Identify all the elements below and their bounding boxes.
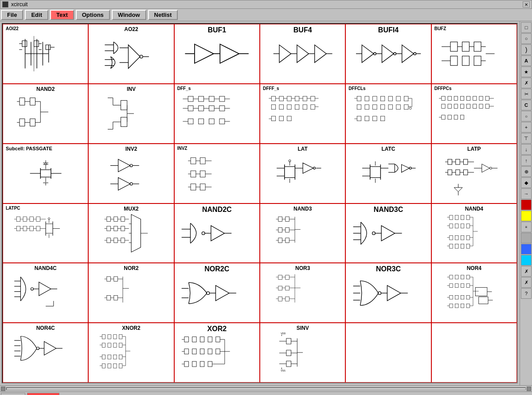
oval-tool-btn[interactable]: ○	[521, 111, 532, 121]
cell-AO22[interactable]: AO22	[88, 24, 174, 84]
blue-dark-btn[interactable]	[521, 244, 532, 254]
cell-NOR2[interactable]: NOR2	[88, 263, 174, 323]
cell-LATC[interactable]: LATC	[345, 144, 431, 203]
menu-window[interactable]: Window	[112, 10, 146, 20]
cell-NAND3C[interactable]: NAND3C	[345, 203, 431, 263]
svg-rect-514	[286, 350, 291, 356]
svg-rect-473	[102, 355, 105, 360]
cell-DFF[interactable]: DFF_s	[174, 84, 260, 144]
lines-btn[interactable]: ≡	[521, 222, 532, 232]
svg-rect-441	[461, 304, 464, 308]
add-component-btn[interactable]: ⊕	[521, 166, 532, 177]
svg-rect-140	[380, 105, 384, 110]
select-tool-btn[interactable]: □	[521, 22, 532, 33]
svg-rect-115	[295, 105, 299, 110]
yellow-color-btn[interactable]	[521, 211, 532, 221]
svg-rect-164	[454, 104, 458, 108]
cell-BUFI4[interactable]: BUFI4	[345, 24, 431, 84]
scissors-tool-btn[interactable]: ✂	[521, 89, 532, 99]
canvas-area[interactable]: AOI22	[2, 23, 518, 383]
cell-NOR4C[interactable]: NOR4C	[3, 323, 88, 383]
circle-tool-btn[interactable]: ○	[521, 33, 532, 44]
cell-label-NAND3C: NAND3C	[374, 206, 403, 214]
red-color-btn[interactable]	[521, 199, 532, 210]
cell-label-NAND3: NAND3	[293, 206, 312, 212]
svg-rect-135	[396, 96, 400, 101]
svg-rect-270	[30, 226, 34, 231]
svg-rect-385	[107, 277, 111, 282]
cell-label-NAND2C: NAND2C	[202, 206, 232, 214]
cell-NAND4C[interactable]: NAND4C	[3, 263, 88, 323]
cell-BUF1[interactable]: BUF1	[174, 24, 260, 84]
cyan-btn[interactable]	[521, 255, 532, 266]
cell-INVZ[interactable]: INVZ	[174, 144, 260, 203]
up-arrow-btn[interactable]: ↑	[521, 155, 532, 166]
tab-schematic[interactable]: Schematic	[27, 393, 59, 395]
x-tool-btn[interactable]: ✗	[521, 78, 532, 88]
menu-netlist[interactable]: Netlist	[148, 10, 178, 20]
star-tool-btn[interactable]: ★	[521, 66, 532, 77]
cell-DFFPC[interactable]: DFFPCs	[431, 84, 517, 144]
cell-AOI22[interactable]: AOI22	[3, 24, 88, 84]
svg-rect-163	[448, 104, 451, 108]
svg-rect-162	[442, 104, 445, 108]
cell-DFFF[interactable]: DFFF_s	[260, 84, 345, 144]
cell-NOR2C[interactable]: NOR2C	[174, 263, 260, 323]
cell-BUF4[interactable]: BUF4	[260, 24, 345, 84]
cell-INV2[interactable]: INV2	[88, 144, 174, 203]
svg-rect-440	[455, 304, 458, 308]
help-btn[interactable]: ?	[521, 288, 532, 299]
svg-rect-108	[287, 96, 291, 101]
symbol-LAT	[265, 150, 341, 197]
cell-NOR3C[interactable]: NOR3C	[345, 263, 431, 323]
arc-tool-btn[interactable]: )	[521, 44, 532, 55]
svg-rect-349	[455, 215, 458, 220]
cell-DFFCL[interactable]: DFFCLs	[345, 84, 431, 144]
cross1-btn[interactable]: ✗	[521, 266, 532, 277]
cross2-btn[interactable]: ✗	[521, 277, 532, 288]
svg-rect-73	[121, 117, 127, 127]
diamond-btn[interactable]: ◆	[521, 177, 532, 188]
symbol-SINV: VDD VSS	[265, 329, 341, 376]
cell-NOR4[interactable]: NOR4	[431, 263, 517, 323]
svg-rect-136	[404, 96, 408, 101]
menu-options[interactable]: Options	[76, 10, 110, 20]
svg-rect-130	[357, 96, 361, 101]
cell-INV[interactable]: INV	[88, 84, 174, 144]
menu-edit[interactable]: Edit	[25, 10, 48, 20]
menu-text[interactable]: Text	[50, 10, 74, 20]
cell-SINV[interactable]: SINV VDD VSS	[260, 323, 345, 383]
symbol-NOR4C	[8, 329, 84, 376]
cell-NAND3[interactable]: NAND3	[260, 203, 345, 263]
cell-MUX2[interactable]: MUX2	[88, 203, 174, 263]
cell-XOR2[interactable]: XOR2	[174, 323, 260, 383]
cell-BUFZ[interactable]: BUFZ	[431, 24, 517, 84]
cell-LATPC[interactable]: LATPC	[3, 203, 88, 263]
copy-tool-btn[interactable]: C	[521, 100, 532, 110]
symbol-NAND2	[8, 90, 84, 137]
top-tool-btn[interactable]: ⊤	[521, 133, 532, 144]
svg-rect-328	[285, 238, 289, 243]
arrow-btn[interactable]: →	[521, 188, 532, 199]
cell-NAND2C[interactable]: NAND2C	[174, 203, 260, 263]
cell-NAND4[interactable]: NAND4	[431, 203, 517, 263]
menu-file[interactable]: File	[1, 10, 23, 20]
svg-rect-493	[200, 337, 204, 342]
cell-LAT[interactable]: LAT	[260, 144, 345, 203]
plus-tool-btn[interactable]: +	[521, 122, 532, 133]
cell-PASSGATE[interactable]: Subcell: PASSGATE	[3, 144, 88, 203]
cell-NAND2[interactable]: NAND2	[3, 84, 88, 144]
down-arrow-btn[interactable]: ↓	[521, 144, 532, 155]
tab-symbol[interactable]: Symbol	[1, 393, 25, 395]
cell-NOR3[interactable]: NOR3	[260, 263, 345, 323]
svg-rect-404	[285, 275, 289, 279]
svg-rect-167	[473, 104, 477, 108]
horizontal-scrollbar[interactable]	[0, 385, 532, 391]
cell-XNOR2[interactable]: XNOR2	[88, 323, 174, 383]
svg-point-461	[36, 347, 39, 350]
pattern-btn[interactable]	[521, 233, 532, 243]
cell-LATP[interactable]: LATP	[431, 144, 517, 203]
svg-rect-494	[208, 337, 212, 342]
window-close[interactable]: ✕	[523, 1, 530, 8]
text-tool-btn[interactable]: A	[521, 55, 532, 66]
